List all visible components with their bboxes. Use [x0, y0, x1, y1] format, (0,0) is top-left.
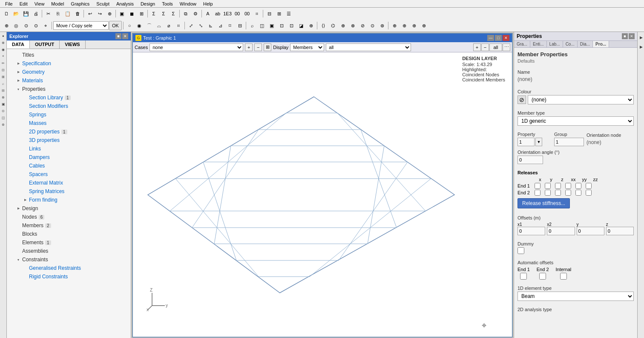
left-icon-10[interactable]: ⊗ [0, 94, 6, 100]
tb2-e[interactable]: ⌑ [225, 21, 235, 30]
tree-3d-properties[interactable]: 3D properties [7, 136, 131, 144]
tb-sum[interactable]: Σ [159, 9, 168, 18]
tree-form-finding[interactable]: Form finding [7, 196, 131, 204]
canvas-area[interactable]: DESIGN LAYER Scale: 1:43.29 Highlighted:… [133, 52, 512, 337]
group-input[interactable] [554, 138, 584, 146]
tb2-5[interactable]: ⌖ [41, 21, 50, 30]
tree-rigid-constraints[interactable]: Rigid Constraints [7, 272, 131, 281]
tb2-p[interactable]: ⊕ [338, 21, 348, 30]
tb2-r[interactable]: ⊘ [358, 21, 367, 30]
tree-geometry[interactable]: Geometry [7, 68, 131, 76]
menu-graphics[interactable]: Graphics [67, 0, 93, 8]
tb2-q[interactable]: ⊗ [348, 21, 357, 30]
tab-output[interactable]: OUTPUT [30, 40, 60, 49]
tb-screen[interactable]: ⧉ [181, 9, 190, 18]
tb-zoom[interactable]: ⊞ [137, 9, 146, 18]
menu-model[interactable]: Model [48, 0, 67, 8]
releases-end1-yy[interactable] [575, 183, 581, 189]
geometry-arrow[interactable] [15, 69, 21, 75]
prop-tab-gra[interactable]: Gra... [514, 41, 530, 47]
tb-group3[interactable]: ☰ [284, 9, 293, 18]
tree-section-library[interactable]: Section Library 1 [7, 93, 131, 102]
offset-x2-input[interactable] [547, 227, 575, 235]
display-all-select[interactable]: all [326, 43, 411, 51]
tb2-n[interactable]: ⟨⟩ [319, 21, 328, 30]
prop-tab-co[interactable]: Co... [563, 41, 578, 47]
offset-x1-input[interactable] [518, 227, 545, 235]
tb2-3[interactable]: ⊙ [21, 21, 31, 30]
left-icon-6[interactable]: ⊡ [0, 67, 6, 73]
left-icon-13[interactable]: ◫ [0, 115, 6, 121]
tb-num2[interactable]: 00 [233, 9, 242, 18]
releases-end2-xx[interactable] [565, 190, 571, 196]
cases-select[interactable]: none [150, 43, 243, 51]
menu-window[interactable]: Window [176, 0, 200, 8]
left-icon-7[interactable]: ⊞ [0, 74, 6, 80]
tb-undo[interactable]: ↩ [85, 9, 95, 18]
tree-masses[interactable]: Masses [7, 119, 131, 127]
release-stiffness-btn[interactable]: Release stiffness... [518, 198, 570, 208]
tb2-i[interactable]: ▣ [267, 21, 276, 30]
tb-sigma[interactable]: Σ [149, 9, 158, 18]
properties-arrow[interactable] [15, 86, 21, 92]
left-icon-5[interactable]: ✏ [0, 60, 6, 66]
tb2-circle1[interactable]: ○ [125, 21, 134, 30]
left-icon-9[interactable]: ⊟ [0, 87, 6, 93]
tree-blocks[interactable]: Blocks [7, 230, 131, 238]
properties-pin-btn[interactable]: ■ [622, 33, 628, 39]
tree-2d-properties[interactable]: 2D properties 1 [7, 127, 131, 136]
display-members-select[interactable]: Members [290, 43, 324, 51]
materials-arrow[interactable] [15, 78, 21, 84]
tb2-4[interactable]: ⊙ [31, 21, 40, 30]
tb-ok[interactable]: OK [109, 21, 122, 30]
auto-internal-checkbox[interactable] [560, 273, 567, 280]
releases-end1-x[interactable] [535, 183, 540, 189]
tb2-1[interactable]: ⊕ [2, 21, 11, 30]
tree-spacers[interactable]: Spacers [7, 170, 131, 179]
tree-spring-matrices[interactable]: Spring Matrices [7, 187, 131, 196]
orientation-angle-input[interactable] [518, 156, 543, 164]
tree-generalised-restraints[interactable]: Generalised Restraints [7, 264, 131, 272]
menu-tools[interactable]: Tools [158, 0, 176, 8]
member-type-select[interactable]: 1D generic [518, 116, 634, 126]
tb2-l[interactable]: ◪ [296, 21, 306, 30]
dummy-checkbox[interactable] [518, 247, 524, 254]
tb-save[interactable]: 💾 [21, 9, 31, 18]
left-icon-2[interactable]: ⊕ [0, 40, 6, 46]
tb-calc[interactable]: Σ [169, 9, 178, 18]
tb-open[interactable]: 📂 [12, 9, 21, 18]
cases-plus-btn[interactable]: + [245, 43, 253, 51]
left-icon-14[interactable]: ⊛ [0, 121, 6, 127]
constraints-arrow[interactable] [15, 257, 21, 263]
releases-end2-z[interactable] [555, 190, 561, 196]
auto-end2-checkbox[interactable] [539, 273, 546, 280]
tree-constraints[interactable]: Constraints [7, 255, 131, 264]
right-tab-2[interactable]: ▶ [638, 42, 644, 52]
graphic-close-btn[interactable]: ✕ [503, 35, 509, 41]
tree-nodes[interactable]: Nodes 6 [7, 213, 131, 221]
tab-data[interactable]: DATA [7, 40, 30, 49]
tb2-a[interactable]: ⤢ [186, 21, 196, 30]
tree-members[interactable]: Members 2 [7, 221, 131, 230]
menu-help[interactable]: Help [200, 0, 216, 8]
tree-titles[interactable]: Titles [7, 51, 131, 59]
menu-file[interactable]: File [2, 0, 16, 8]
tree-properties[interactable]: Properties [7, 85, 131, 93]
tb-text[interactable]: A [203, 9, 213, 18]
tb2-b[interactable]: ⤡ [196, 21, 205, 30]
tree-elements[interactable]: Elements 1 [7, 238, 131, 247]
tb2-h[interactable]: ◫ [257, 21, 267, 30]
tb-copy[interactable]: ⎘ [53, 9, 63, 18]
releases-end1-y[interactable] [545, 183, 551, 189]
releases-end2-y[interactable] [545, 190, 551, 196]
tb-probe[interactable]: ⚙ [191, 9, 200, 18]
tb2-c[interactable]: ⊾ [206, 21, 215, 30]
offset-y-input[interactable] [577, 227, 604, 235]
menu-design[interactable]: Design [137, 0, 158, 8]
tb2-d[interactable]: ⊿ [216, 21, 225, 30]
tb-group2[interactable]: ⊞ [274, 9, 284, 18]
cases-end-minus[interactable]: − [481, 43, 489, 51]
tb2-o[interactable]: ⌬ [328, 21, 338, 30]
releases-end1-zz[interactable] [586, 183, 592, 189]
tree-springs[interactable]: Springs [7, 110, 131, 119]
